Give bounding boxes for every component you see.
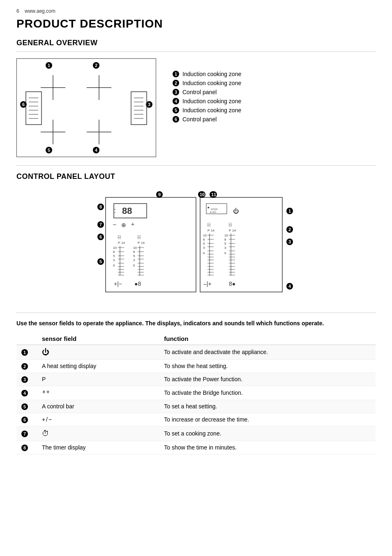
svg-text:0: 0: [113, 264, 115, 267]
sensor-table-row: 8The timer displayTo show the time in mi…: [16, 441, 376, 454]
row-sensor-cell: ⏻: [37, 345, 159, 359]
cooktop-svg: [17, 59, 157, 158]
sensor-table-row: 7⏱To set a cooking zone.: [16, 426, 376, 441]
row-function-cell: To activate the Bridge function.: [159, 386, 376, 400]
legend-num-6: 6: [173, 116, 179, 123]
svg-text:8: 8: [99, 204, 102, 209]
svg-text:–: –: [113, 221, 116, 227]
general-overview-container: 1 2 3 4 5 6: [16, 58, 376, 157]
divider-3: [16, 313, 376, 313]
row-num-cell: 6: [16, 413, 37, 426]
row-sensor-cell: + / −: [37, 413, 159, 426]
row-num-cell: 3: [16, 373, 37, 386]
svg-rect-15: [26, 92, 42, 125]
svg-text:3: 3: [288, 239, 291, 244]
sensor-table-body: 1⏻To activate and deactivate the applian…: [16, 345, 376, 454]
svg-text:+: +: [131, 221, 134, 227]
sensor-table-row: 6+ / −To increase or decrease the time.: [16, 413, 376, 426]
row-num-cell: 7: [16, 426, 37, 441]
svg-text:1: 1: [288, 208, 291, 213]
svg-text:+|−: +|−: [114, 280, 122, 287]
svg-rect-8: [131, 92, 147, 125]
cooktop-diagram: 1 2 3 4 5 6: [16, 58, 156, 157]
svg-text:10: 10: [133, 246, 137, 250]
svg-text:P: P: [118, 241, 120, 245]
svg-text:3: 3: [224, 246, 226, 250]
legend-label-1: Induction cooking zone: [182, 71, 241, 77]
svg-text:14: 14: [141, 241, 145, 245]
svg-text:●8: ●8: [134, 280, 141, 287]
svg-text:7: 7: [99, 222, 102, 227]
svg-text:2: 2: [288, 227, 291, 232]
legend-item-4: 4 Induction cooking zone: [173, 98, 241, 104]
num-badge: 2: [21, 363, 28, 370]
row-sensor-cell: The timer display: [37, 441, 159, 454]
svg-text:P: P: [208, 229, 210, 232]
num-badge: 3: [21, 376, 28, 383]
col-function-header: function: [159, 333, 376, 345]
control-panel-section: CONTROL PANEL LAYOUT 88 : – ⊕ + ⌸ P 14: [16, 172, 376, 304]
svg-text:P: P: [138, 241, 140, 245]
svg-text:⌸: ⌸: [229, 222, 232, 227]
svg-text:88: 88: [122, 206, 132, 216]
svg-text:6: 6: [99, 234, 102, 239]
svg-text:5: 5: [224, 242, 226, 246]
legend-num-4: 4: [173, 98, 179, 104]
page-header: 6 www.aeg.com: [16, 8, 376, 14]
row-sensor-cell: ⁸⁰: [37, 386, 159, 400]
svg-text:0: 0: [133, 264, 135, 267]
legend-item-3: 3 Control panel: [173, 89, 241, 95]
svg-text:8: 8: [224, 238, 226, 241]
legend-num-3: 3: [173, 89, 179, 95]
col-sensor-header: sensor field: [37, 333, 159, 345]
svg-text:10: 10: [200, 192, 205, 197]
row-num-cell: 8: [16, 441, 37, 454]
website-url: www.aeg.com: [25, 8, 55, 14]
row-function-cell: To set a heat setting.: [159, 400, 376, 413]
num-badge: 4: [21, 390, 28, 396]
row-function-cell: To activate and deactivate the appliance…: [159, 345, 376, 359]
svg-text:14: 14: [232, 229, 236, 232]
legend-label-5: Induction cooking zone: [182, 107, 241, 114]
legend-item-2: 2 Induction cooking zone: [173, 80, 241, 86]
row-num-cell: 5: [16, 400, 37, 413]
num-badge: 1: [21, 349, 28, 356]
num-badge: 8: [21, 445, 28, 451]
svg-text::: :: [114, 206, 116, 215]
col-num-header: [16, 333, 37, 345]
sensor-table-header: sensor field function: [16, 333, 376, 345]
svg-text:⏻: ⏻: [233, 208, 239, 214]
svg-text:11: 11: [211, 192, 216, 197]
row-function-cell: To show the heat setting.: [159, 359, 376, 373]
svg-text:8●: 8●: [229, 280, 235, 287]
svg-text:⊕: ⊕: [121, 222, 126, 228]
divider-1: [16, 51, 376, 52]
legend-num-2: 2: [173, 80, 179, 86]
svg-text:8: 8: [133, 250, 135, 254]
page-number: 6: [16, 8, 19, 14]
svg-text:5: 5: [203, 242, 205, 246]
row-function-cell: To show the time in minutes.: [159, 441, 376, 454]
svg-text:4: 4: [288, 284, 291, 289]
divider-2: [16, 165, 376, 166]
row-function-cell: To set a cooking zone.: [159, 426, 376, 441]
svg-text:3: 3: [133, 258, 135, 262]
svg-text:0: 0: [203, 251, 205, 255]
legend-label-3: Control panel: [182, 89, 217, 95]
svg-text:0: 0: [224, 251, 226, 255]
svg-text:3: 3: [203, 246, 205, 250]
svg-text:3: 3: [113, 258, 115, 262]
svg-text:10: 10: [224, 234, 228, 237]
legend-num-5: 5: [173, 107, 179, 114]
row-sensor-cell: A heat setting display: [37, 359, 159, 373]
legend: 1 Induction cooking zone 2 Induction coo…: [173, 58, 241, 123]
sensor-note: Use the sensor fields to operate the app…: [16, 320, 376, 328]
svg-text:5: 5: [99, 259, 102, 264]
svg-text:P: P: [229, 229, 231, 232]
legend-label-2: Induction cooking zone: [182, 80, 241, 86]
row-num-cell: 2: [16, 359, 37, 373]
svg-text:9: 9: [158, 192, 161, 197]
svg-text:8: 8: [203, 238, 205, 241]
row-num-cell: 1: [16, 345, 37, 359]
svg-text:14: 14: [211, 229, 214, 232]
